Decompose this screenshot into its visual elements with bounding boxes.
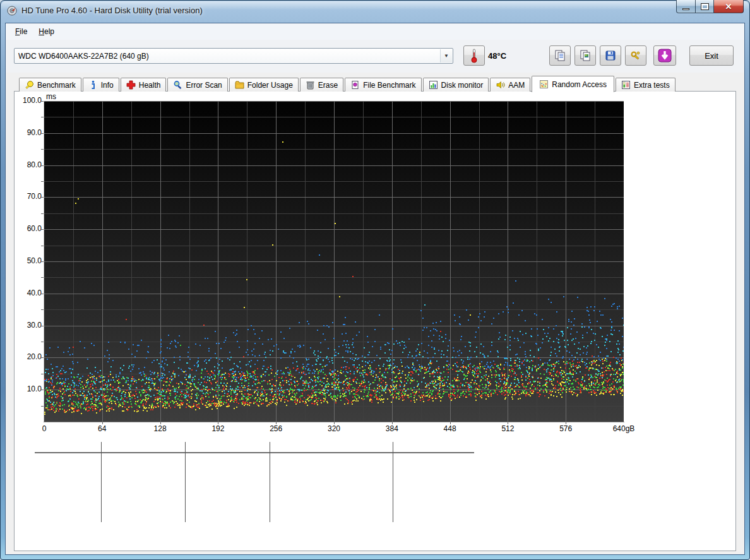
x-tick-label: 512 [487,424,528,433]
y-axis-tick [41,294,44,294]
tab-erase[interactable]: Erase [300,78,343,92]
y-axis-tick [41,149,44,150]
folder-icon [235,80,244,90]
exit-label: Exit [705,51,718,61]
y-axis-tick [41,213,44,214]
x-tick-label: 640gB [604,424,644,433]
y-axis-tick [41,181,44,182]
tab-label: Folder Usage [247,81,293,90]
tab-label: Info [101,81,114,90]
magnifier-icon [173,80,182,90]
y-axis-tick [41,406,44,407]
x-tick-label: 0 [24,424,64,433]
y-axis-tick [41,374,44,374]
options-button[interactable] [625,45,646,66]
y-axis-tick [41,165,44,166]
y-axis-tick [41,342,44,342]
x-axis-tick [218,422,218,424]
tab-label: Extra tests [634,81,670,90]
copy-image-icon [579,49,592,62]
drive-select-value: WDC WD6400AAKS-22A7B2 (640 gB) [18,52,149,61]
y-axis-tick [41,133,44,134]
x-axis-tick [160,422,161,424]
temperature-value: 48°C [488,51,506,61]
window-title: HD Tune Pro 4.60 - Hard Disk Utility (tr… [21,6,203,15]
menu-help[interactable]: Help [33,25,60,39]
y-axis-tick [41,326,44,326]
menu-file[interactable]: File [9,25,33,39]
copy-text-button[interactable] [549,45,571,66]
maximize-icon [701,4,708,9]
x-tick-label: 128 [140,424,181,433]
health-cross-icon [126,80,136,90]
tab-extra-tests[interactable]: Extra tests [616,78,676,92]
speaker-icon [496,80,505,90]
copy-image-button[interactable] [574,45,596,66]
x-tick-label: 256 [256,424,296,433]
close-icon: ✕ [725,2,732,11]
temperature-button[interactable] [463,45,485,66]
x-tick-label: 576 [545,424,586,433]
y-axis-tick [41,277,44,278]
tab-aam[interactable]: AAM [490,78,530,92]
x-tick-label: 64 [82,424,122,433]
y-axis-line [44,101,44,422]
tab-file-benchmark[interactable]: File Benchmark [345,78,421,92]
app-icon [7,6,17,16]
minimize-button[interactable] [676,0,696,13]
x-axis-tick [276,422,277,424]
title-bar[interactable]: HD Tune Pro 4.60 - Hard Disk Utility (tr… [0,0,750,21]
y-axis-tick [41,229,44,230]
x-tick-label: 320 [314,424,354,433]
tab-info[interactable]: Info [83,78,119,92]
x-axis-tick [566,422,566,424]
y-axis-unit-label: ms [46,92,56,101]
window-controls: ✕ [676,0,744,13]
x-tick-label: 448 [430,424,470,433]
thermometer-icon [470,48,478,63]
close-button[interactable]: ✕ [714,0,744,13]
bar-chart-icon [429,80,438,90]
chevron-down-icon[interactable]: ▼ [440,49,452,63]
save-button[interactable] [600,45,621,66]
tab-disk-monitor[interactable]: Disk monitor [423,78,489,92]
drive-select[interactable]: WDC WD6400AAKS-22A7B2 (640 gB) ▼ [14,48,453,64]
x-axis-tick [102,422,103,424]
y-tick-label: 50.0 [18,256,42,265]
exit-button[interactable]: Exit [689,45,734,66]
download-arrow-icon [657,48,672,63]
y-tick-label: 90.0 [18,128,42,137]
tab-label: Health [139,81,161,90]
y-axis-tick [41,101,44,102]
tab-label: Erase [318,81,338,90]
benchmark-icon [25,80,34,90]
y-tick-label: 10.0 [18,384,42,393]
y-axis-tick [41,309,44,310]
tab-label: Error Scan [186,81,222,90]
scatter-chart [44,101,624,422]
y-tick-label: 20.0 [18,352,42,361]
maximize-button[interactable] [696,0,714,13]
column-divider [101,442,102,522]
tab-benchmark[interactable]: Benchmark [19,78,81,92]
y-axis-tick [41,117,44,117]
extra-tests-icon [621,80,631,90]
tab-random-access[interactable]: Random Access [532,76,614,92]
tab-label: File Benchmark [363,81,415,90]
tab-error-scan[interactable]: Error Scan [167,78,227,92]
column-divider [185,442,186,522]
app-window: HD Tune Pro 4.60 - Hard Disk Utility (tr… [0,0,750,560]
capture-button[interactable] [653,45,676,66]
info-icon [88,80,98,90]
tab-label: Disk monitor [441,81,484,90]
tab-health[interactable]: Health [121,78,167,92]
y-axis-tick [41,357,44,358]
y-axis-tick [41,197,44,198]
tab-folder-usage[interactable]: Folder Usage [229,78,299,92]
tab-label: Benchmark [37,81,76,90]
y-tick-label: 30.0 [18,321,42,330]
trash-icon [306,80,315,90]
y-axis-tick [41,261,44,262]
y-axis-tick [41,246,44,246]
x-axis-tick [392,422,393,424]
